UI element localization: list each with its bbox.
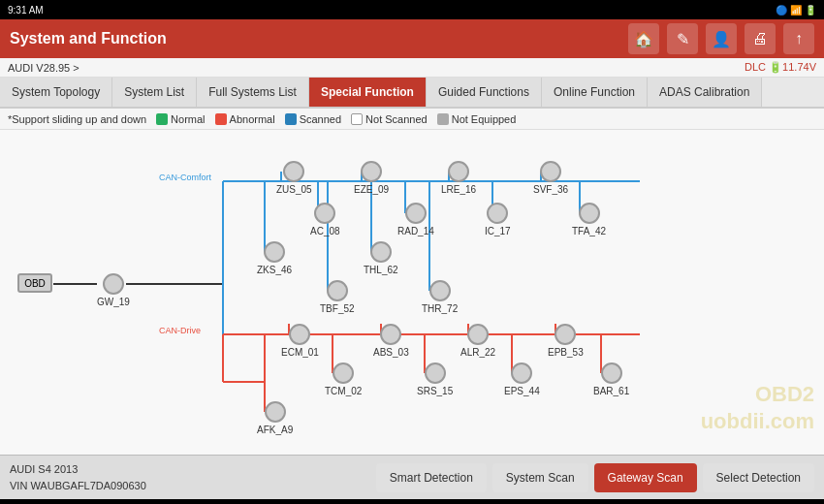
export-icon[interactable]: ↑ <box>783 23 814 54</box>
node-eze_09[interactable]: EZE_09 <box>354 161 389 195</box>
node-srs_15[interactable]: SRS_15 <box>417 362 453 396</box>
node-eps_44[interactable]: EPS_44 <box>504 362 540 396</box>
node-thl_62[interactable]: THL_62 <box>364 241 398 275</box>
action-buttons: Smart DetectionSystem ScanGateway ScanSe… <box>376 463 814 492</box>
header: System and Function 🏠 ✎ 👤 🖨 ↑ <box>0 19 824 58</box>
node-svf_36[interactable]: SVF_36 <box>533 161 568 195</box>
node-abs_03[interactable]: ABS_03 <box>373 324 409 358</box>
node-tbf_52[interactable]: TBF_52 <box>320 280 355 314</box>
status-bar: 9:31 AM 🔵 📶 🔋 <box>0 0 824 19</box>
gateway-scan-button[interactable]: Gateway Scan <box>594 463 697 492</box>
node-zus_05[interactable]: ZUS_05 <box>276 161 312 195</box>
node-obd[interactable]: OBD <box>17 273 52 293</box>
sub-header-battery: DLC 🔋11.74V <box>745 61 816 74</box>
home-icon[interactable]: 🏠 <box>628 23 659 54</box>
status-time: 9:31 AM <box>8 5 44 16</box>
node-tcm_02[interactable]: TCM_02 <box>325 362 362 396</box>
tab-online-function[interactable]: Online Function <box>542 78 648 107</box>
tab-system-topology[interactable]: System Topology <box>0 78 112 107</box>
node-ac_08[interactable]: AC_08 <box>310 203 340 236</box>
diagram: CAN-Comfort CAN-Drive OBDGW_19ZUS_05EZE_… <box>0 130 824 455</box>
tab-guided-functions[interactable]: Guided Functions <box>427 78 542 107</box>
select-detection-button[interactable]: Select Detection <box>703 463 814 492</box>
legend-not-scanned: Not Scanned <box>351 113 428 125</box>
vehicle-model: AUDI S4 2013 <box>10 461 146 478</box>
legend: *Support sliding up and down NormalAbnor… <box>0 109 824 130</box>
edit-icon[interactable]: ✎ <box>667 23 698 54</box>
vehicle-vin: VIN WAUBGAFL7DA090630 <box>10 478 146 494</box>
legend-not-equipped: Not Equipped <box>437 113 517 125</box>
legend-scanned: Scanned <box>285 113 341 125</box>
status-icons: 🔵 📶 🔋 <box>776 5 816 16</box>
node-thr_72[interactable]: THR_72 <box>422 280 458 314</box>
tab-system-list[interactable]: System List <box>112 78 197 107</box>
legend-prefix: *Support sliding up and down <box>8 113 146 125</box>
node-epb_53[interactable]: EPB_53 <box>548 324 584 358</box>
legend-abnormal: Abnormal <box>215 113 275 125</box>
bottom-bar: AUDI S4 2013 VIN WAUBGAFL7DA090630 Smart… <box>0 455 824 499</box>
node-tfa_42[interactable]: TFA_42 <box>572 203 606 236</box>
vehicle-info: AUDI S4 2013 VIN WAUBGAFL7DA090630 <box>10 461 146 493</box>
can-comfort-label: CAN-Comfort <box>157 173 213 182</box>
node-bar_61[interactable]: BAR_61 <box>593 362 629 396</box>
tabs: System TopologySystem ListFull Systems L… <box>0 78 824 109</box>
sub-header: AUDI V28.95 > DLC 🔋11.74V <box>0 58 824 78</box>
header-title: System and Function <box>10 30 167 47</box>
legend-normal: Normal <box>156 113 205 125</box>
tab-adas-calibration[interactable]: ADAS Calibration <box>648 78 762 107</box>
print-icon[interactable]: 🖨 <box>745 23 776 54</box>
header-icons: 🏠 ✎ 👤 🖨 ↑ <box>628 23 814 54</box>
node-zks_46[interactable]: ZKS_46 <box>257 241 292 275</box>
tab-full-systems-list[interactable]: Full Systems List <box>197 78 309 107</box>
node-alr_22[interactable]: ALR_22 <box>460 324 495 358</box>
node-lre_16[interactable]: LRE_16 <box>441 161 476 195</box>
node-ic_17[interactable]: IC_17 <box>485 203 511 236</box>
node-ecm_01[interactable]: ECM_01 <box>281 324 319 358</box>
can-drive-label: CAN-Drive <box>157 326 203 335</box>
user-icon[interactable]: 👤 <box>706 23 737 54</box>
system-scan-button[interactable]: System Scan <box>492 463 588 492</box>
sub-header-version: AUDI V28.95 > <box>8 62 79 74</box>
tab-special-function[interactable]: Special Function <box>309 78 427 107</box>
node-afk_a9[interactable]: AFK_A9 <box>257 401 293 435</box>
smart-detection-button[interactable]: Smart Detection <box>376 463 487 492</box>
nav-bar: ‹ ○ ▭ ⬆ <box>0 499 824 504</box>
node-gw_19[interactable]: GW_19 <box>97 273 130 307</box>
node-rad_14[interactable]: RAD_14 <box>397 203 434 236</box>
